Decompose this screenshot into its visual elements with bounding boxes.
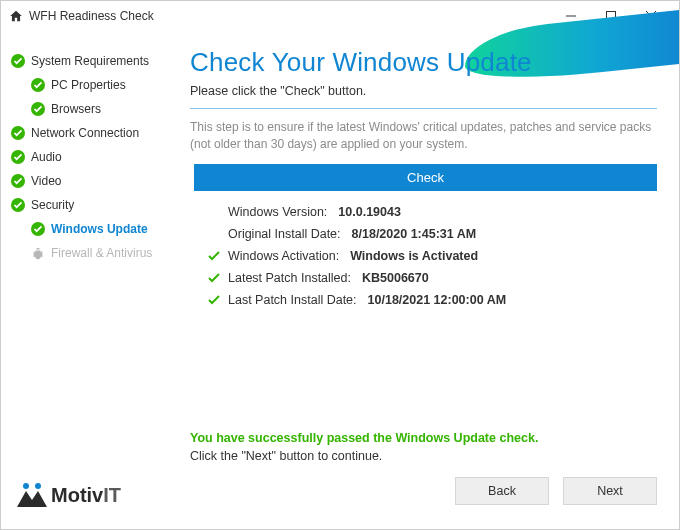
checkmark-circle-icon [31,102,45,116]
sidebar-item-firewall-antivirus: Firewall & Antivirus [9,241,182,265]
result-label: Original Install Date: [228,227,341,241]
page-title: Check Your Windows Update [190,47,657,78]
result-row: Windows Activation: Windows is Activated [208,245,657,267]
result-value: 10.0.19043 [338,205,401,219]
checkmark-circle-icon [31,222,45,236]
sidebar-item-label: Firewall & Antivirus [51,246,152,260]
checkmark-circle-icon [11,150,25,164]
checkmark-circle-icon [11,198,25,212]
logo: MotivIT [9,471,182,523]
result-label: Last Patch Install Date: [228,293,357,307]
sidebar-item-label: Security [31,198,74,212]
lead-text: Please click the "Check" button. [190,84,657,98]
svg-point-9 [23,483,29,489]
checkmark-circle-icon [11,126,25,140]
svg-point-10 [35,483,41,489]
next-button[interactable]: Next [563,477,657,505]
logo-text: MotivIT [51,484,121,507]
results-list: Windows Version: 10.0.19043 Original Ins… [208,201,657,311]
checkmark-circle-icon [11,174,25,188]
checkmark-icon [208,294,220,306]
result-row: Windows Version: 10.0.19043 [208,201,657,223]
result-row: Original Install Date: 8/18/2020 1:45:31… [208,223,657,245]
footer-buttons: Back Next [190,463,657,519]
result-row: Last Patch Install Date: 10/18/2021 12:0… [208,289,657,311]
checkmark-icon [208,250,220,262]
checkmark-circle-icon [31,78,45,92]
checkmark-icon [208,272,220,284]
sidebar-nav: System Requirements PC Properties Browse… [9,49,182,265]
sidebar-item-video[interactable]: Video [9,169,182,193]
pass-message-block: You have successfully passed the Windows… [190,415,657,463]
sidebar-item-browsers[interactable]: Browsers [9,97,182,121]
sidebar-item-label: Browsers [51,102,101,116]
sidebar: System Requirements PC Properties Browse… [1,31,186,529]
result-label: Latest Patch Installed: [228,271,351,285]
result-label: Windows Version: [228,205,327,219]
result-row: Latest Patch Installed: KB5006670 [208,267,657,289]
pass-message: You have successfully passed the Windows… [190,431,657,445]
next-instruction: Click the "Next" button to continue. [190,449,657,463]
sidebar-item-system-requirements[interactable]: System Requirements [9,49,182,73]
result-value: 8/18/2020 1:45:31 AM [352,227,477,241]
sidebar-item-audio[interactable]: Audio [9,145,182,169]
step-description: This step is to ensure if the latest Win… [190,119,657,154]
sidebar-item-label: Windows Update [51,222,148,236]
main-panel: Check Your Windows Update Please click t… [186,31,679,529]
sidebar-item-label: Audio [31,150,62,164]
back-button[interactable]: Back [455,477,549,505]
home-icon [9,9,23,23]
bug-icon [31,246,45,260]
window-title: WFH Readiness Check [29,9,154,23]
logo-icon [15,481,49,509]
divider [190,108,657,109]
check-button[interactable]: Check [194,164,657,191]
sidebar-item-label: PC Properties [51,78,126,92]
sidebar-item-windows-update[interactable]: Windows Update [9,217,182,241]
sidebar-item-label: Video [31,174,61,188]
sidebar-item-network-connection[interactable]: Network Connection [9,121,182,145]
result-value: 10/18/2021 12:00:00 AM [368,293,507,307]
checkmark-circle-icon [11,54,25,68]
result-value: Windows is Activated [350,249,478,263]
sidebar-item-pc-properties[interactable]: PC Properties [9,73,182,97]
sidebar-item-security[interactable]: Security [9,193,182,217]
sidebar-item-label: System Requirements [31,54,149,68]
result-value: KB5006670 [362,271,429,285]
result-label: Windows Activation: [228,249,339,263]
sidebar-item-label: Network Connection [31,126,139,140]
